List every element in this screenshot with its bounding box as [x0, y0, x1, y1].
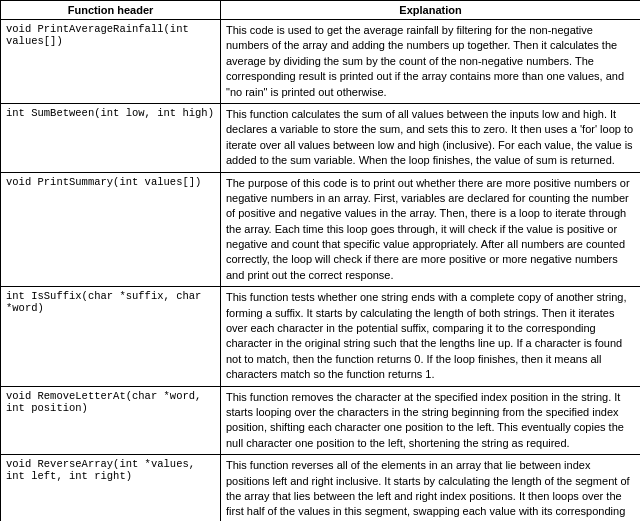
header-explanation: Explanation [221, 1, 641, 20]
explanation-cell: This code is used to get the average rai… [221, 20, 641, 104]
table-row: int SumBetween(int low, int high)This fu… [1, 103, 641, 172]
explanation-cell: The purpose of this code is to print out… [221, 172, 641, 287]
header-function: Function header [1, 1, 221, 20]
table-row: void PrintSummary(int values[])The purpo… [1, 172, 641, 287]
table-row: void PrintAverageRainfall(int values[])T… [1, 20, 641, 104]
function-table: Function header Explanation void PrintAv… [0, 0, 640, 521]
table-row: void ReverseArray(int *values, int left,… [1, 455, 641, 521]
function-cell: int IsSuffix(char *suffix, char *word) [1, 287, 221, 386]
explanation-cell: This function tests whether one string e… [221, 287, 641, 386]
table-row: int IsSuffix(char *suffix, char *word)Th… [1, 287, 641, 386]
explanation-cell: This function reverses all of the elemen… [221, 455, 641, 521]
function-cell: void RemoveLetterAt(char *word, int posi… [1, 386, 221, 455]
table-row: void RemoveLetterAt(char *word, int posi… [1, 386, 641, 455]
explanation-cell: This function removes the character at t… [221, 386, 641, 455]
function-cell: void PrintAverageRainfall(int values[]) [1, 20, 221, 104]
function-cell: void PrintSummary(int values[]) [1, 172, 221, 287]
function-cell: int SumBetween(int low, int high) [1, 103, 221, 172]
function-cell: void ReverseArray(int *values, int left,… [1, 455, 221, 521]
explanation-cell: This function calculates the sum of all … [221, 103, 641, 172]
